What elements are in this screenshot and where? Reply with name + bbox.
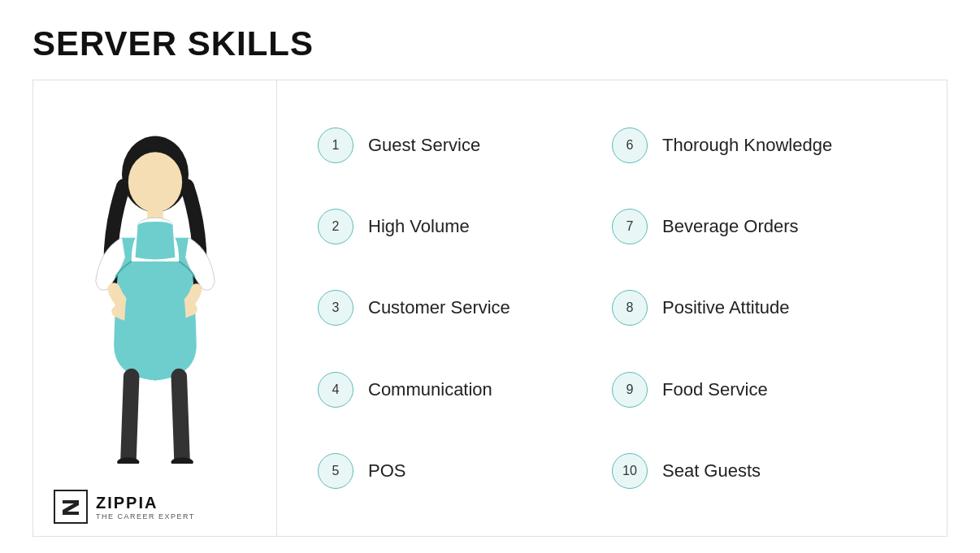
- page-title: SERVER SKILLS: [33, 24, 947, 63]
- zippia-name: ZIPPIA: [96, 494, 195, 512]
- skill-item: 4Communication: [318, 349, 612, 430]
- zippia-logo: ZIPPIA THE CAREER EXPERT: [54, 490, 195, 524]
- skill-item: 2High Volume: [318, 186, 612, 267]
- skill-item: 10Seat Guests: [612, 430, 906, 512]
- skill-label: Seat Guests: [662, 460, 761, 482]
- skill-label: Communication: [368, 379, 492, 400]
- skill-label: High Volume: [368, 216, 470, 237]
- zippia-icon: [54, 490, 88, 524]
- skill-label: Beverage Orders: [662, 216, 799, 237]
- skill-item: 1Guest Service: [318, 105, 612, 186]
- skill-label: Customer Service: [368, 297, 510, 318]
- skill-number: 2: [318, 209, 353, 244]
- skill-item: 5POS: [318, 430, 612, 512]
- skill-item: 3Customer Service: [318, 267, 612, 348]
- server-illustration: [82, 97, 228, 490]
- skill-item: 8Positive Attitude: [612, 267, 906, 348]
- skill-label: Positive Attitude: [662, 297, 790, 318]
- svg-point-1: [128, 152, 181, 212]
- skill-item: 6Thorough Knowledge: [612, 105, 906, 186]
- skill-label: POS: [368, 460, 405, 482]
- skill-number: 9: [612, 372, 648, 408]
- skill-number: 8: [612, 290, 648, 326]
- left-panel: ZIPPIA THE CAREER EXPERT: [33, 80, 276, 537]
- skill-number: 7: [612, 209, 648, 244]
- skill-number: 5: [318, 453, 353, 489]
- skills-panel: 1Guest Service6Thorough Knowledge2High V…: [276, 80, 947, 537]
- skill-label: Guest Service: [368, 135, 480, 156]
- zippia-tagline: THE CAREER EXPERT: [96, 512, 195, 521]
- skill-number: 6: [612, 127, 648, 163]
- svg-marker-10: [63, 500, 79, 515]
- zippia-text: ZIPPIA THE CAREER EXPERT: [96, 494, 195, 521]
- skill-label: Food Service: [662, 379, 768, 400]
- skill-number: 10: [612, 453, 648, 489]
- skill-number: 1: [318, 127, 353, 163]
- content-area: ZIPPIA THE CAREER EXPERT 1Guest Service6…: [33, 80, 947, 537]
- skill-number: 3: [318, 290, 353, 326]
- skill-item: 9Food Service: [612, 349, 906, 430]
- skill-number: 4: [318, 372, 353, 408]
- page-container: SERVER SKILLS: [0, 0, 980, 553]
- skill-item: 7Beverage Orders: [612, 186, 906, 267]
- skill-label: Thorough Knowledge: [662, 135, 832, 156]
